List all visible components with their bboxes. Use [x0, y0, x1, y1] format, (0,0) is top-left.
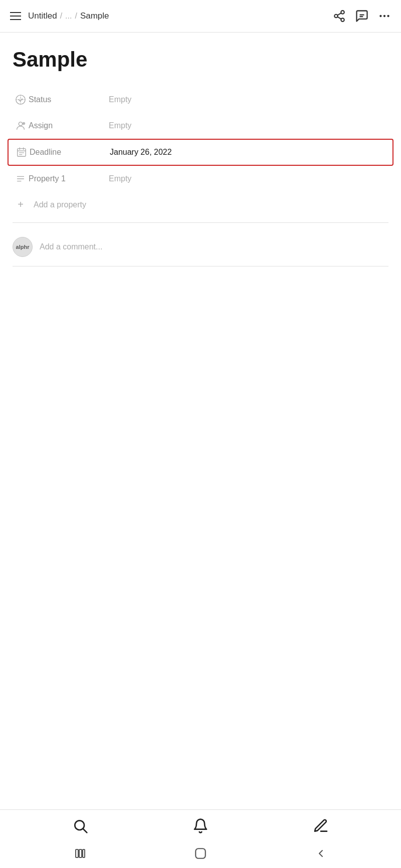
property1-icon — [13, 173, 29, 184]
bottom-navigation — [0, 809, 401, 868]
header-left: Untitled / ... / Sample — [10, 11, 109, 21]
assign-value: Empty — [109, 121, 131, 130]
deadline-label: Deadline — [30, 148, 110, 157]
breadcrumb-separator-1: / — [60, 12, 62, 21]
breadcrumb-current: Sample — [80, 11, 109, 21]
header: Untitled / ... / Sample — [0, 0, 401, 33]
add-property-row[interactable]: + Add a property — [13, 192, 388, 217]
property1-label: Property 1 — [29, 174, 109, 183]
status-label: Status — [29, 95, 109, 104]
share-icon[interactable] — [333, 10, 346, 23]
add-property-label: Add a property — [34, 200, 86, 209]
bell-icon[interactable] — [192, 818, 209, 834]
page-title: Sample — [13, 48, 388, 72]
svg-line-25 — [83, 829, 87, 832]
divider-1 — [13, 222, 388, 223]
compose-icon[interactable] — [313, 818, 329, 834]
header-right — [333, 9, 391, 23]
system-navigation — [0, 842, 401, 868]
comment-section[interactable]: alphr Add a comment... — [13, 228, 388, 266]
deadline-property-row[interactable]: Deadline January 26, 2022 — [8, 139, 393, 166]
status-property-row[interactable]: Status Empty — [13, 87, 388, 113]
comment-icon[interactable] — [355, 9, 369, 23]
svg-point-11 — [19, 98, 22, 101]
svg-rect-28 — [83, 849, 85, 857]
svg-point-12 — [19, 122, 22, 126]
home-icon[interactable] — [194, 847, 207, 860]
assign-label: Assign — [29, 121, 109, 130]
hamburger-menu-icon[interactable] — [10, 12, 21, 20]
assign-property-row[interactable]: + Assign Empty — [13, 113, 388, 139]
svg-point-8 — [383, 15, 385, 17]
main-content: Sample Status Empty + Assign Empty — [0, 33, 401, 276]
svg-line-4 — [337, 13, 341, 15]
more-options-icon[interactable] — [378, 10, 391, 23]
add-property-plus-icon: + — [13, 199, 29, 210]
svg-text:+: + — [23, 123, 25, 125]
breadcrumb-ellipsis[interactable]: ... — [65, 12, 72, 21]
status-icon — [13, 94, 29, 105]
svg-line-3 — [337, 17, 341, 19]
deadline-icon — [14, 147, 30, 158]
svg-rect-27 — [79, 849, 82, 857]
recent-apps-icon[interactable] — [74, 847, 86, 859]
assign-icon: + — [13, 120, 29, 131]
search-icon[interactable] — [72, 818, 88, 834]
app-nav-icons — [0, 810, 401, 842]
breadcrumb-parent[interactable]: Untitled — [28, 11, 57, 21]
property1-value: Empty — [109, 174, 131, 183]
breadcrumb: Untitled / ... / Sample — [28, 11, 109, 21]
comment-input[interactable]: Add a comment... — [40, 242, 102, 251]
status-value: Empty — [109, 95, 131, 104]
svg-point-9 — [387, 15, 389, 17]
svg-point-7 — [379, 15, 381, 17]
svg-rect-29 — [195, 848, 206, 858]
deadline-value: January 26, 2022 — [110, 148, 172, 157]
avatar: alphr — [13, 237, 33, 257]
svg-rect-26 — [76, 849, 78, 857]
property1-row[interactable]: Property 1 Empty — [13, 166, 388, 192]
breadcrumb-separator-2: / — [75, 12, 77, 21]
back-icon[interactable] — [315, 847, 327, 859]
